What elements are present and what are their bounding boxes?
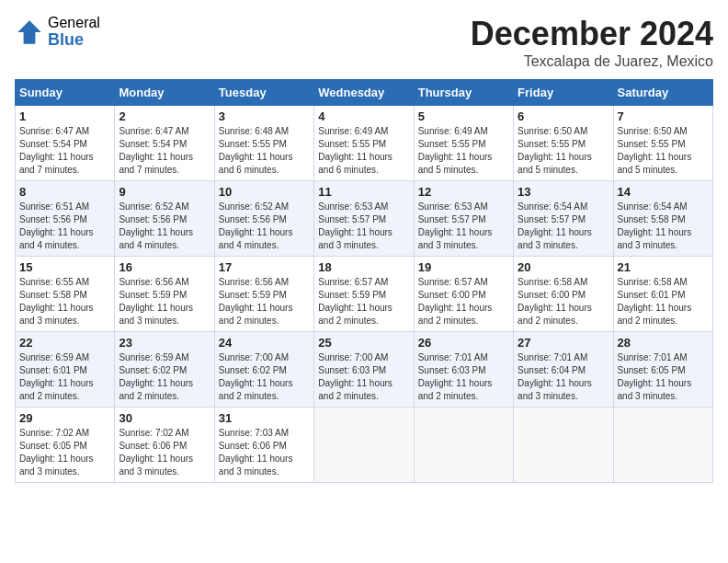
calendar-cell: 14 Sunrise: 6:54 AMSunset: 5:58 PMDaylig… [613, 181, 712, 257]
day-info: Sunrise: 6:56 AMSunset: 5:59 PMDaylight:… [219, 277, 293, 326]
weekday-header-sunday: Sunday [16, 80, 115, 106]
day-info: Sunrise: 6:50 AMSunset: 5:55 PMDaylight:… [518, 126, 592, 175]
calendar-cell: 22 Sunrise: 6:59 AMSunset: 6:01 PMDaylig… [16, 332, 115, 408]
day-number: 29 [19, 411, 110, 425]
calendar-cell: 12 Sunrise: 6:53 AMSunset: 5:57 PMDaylig… [414, 181, 513, 257]
calendar-cell: 23 Sunrise: 6:59 AMSunset: 6:02 PMDaylig… [115, 332, 214, 408]
day-info: Sunrise: 6:51 AMSunset: 5:56 PMDaylight:… [19, 201, 94, 250]
day-number: 21 [618, 260, 709, 274]
day-info: Sunrise: 7:02 AMSunset: 6:06 PMDaylight:… [119, 428, 193, 477]
day-info: Sunrise: 7:01 AMSunset: 6:04 PMDaylight:… [518, 352, 592, 401]
day-number: 14 [618, 185, 709, 199]
day-number: 1 [19, 109, 110, 123]
day-number: 31 [219, 411, 310, 425]
day-number: 23 [119, 336, 210, 350]
day-number: 30 [119, 411, 210, 425]
day-number: 18 [318, 260, 409, 274]
weekday-header-wednesday: Wednesday [314, 80, 414, 106]
day-info: Sunrise: 6:59 AMSunset: 6:02 PMDaylight:… [119, 352, 193, 401]
day-number: 16 [119, 260, 210, 274]
day-info: Sunrise: 6:47 AMSunset: 5:54 PMDaylight:… [119, 126, 193, 175]
calendar-cell: 19 Sunrise: 6:57 AMSunset: 6:00 PMDaylig… [414, 257, 513, 332]
day-number: 26 [418, 336, 509, 350]
day-info: Sunrise: 6:49 AMSunset: 5:55 PMDaylight:… [418, 126, 493, 175]
calendar-cell: 29 Sunrise: 7:02 AMSunset: 6:05 PMDaylig… [16, 408, 115, 483]
weekday-header-monday: Monday [115, 80, 214, 106]
calendar-cell: 16 Sunrise: 6:56 AMSunset: 5:59 PMDaylig… [115, 257, 214, 332]
day-number: 9 [119, 185, 210, 199]
calendar-cell: 13 Sunrise: 6:54 AMSunset: 5:57 PMDaylig… [514, 181, 613, 257]
day-info: Sunrise: 6:52 AMSunset: 5:56 PMDaylight:… [119, 201, 193, 250]
day-number: 11 [318, 185, 409, 199]
calendar-cell [514, 408, 613, 483]
calendar-cell: 15 Sunrise: 6:55 AMSunset: 5:58 PMDaylig… [16, 257, 115, 332]
day-info: Sunrise: 6:58 AMSunset: 6:01 PMDaylight:… [618, 277, 692, 326]
weekday-header-friday: Friday [514, 80, 613, 106]
location-title: Texcalapa de Juarez, Mexico [471, 53, 713, 70]
calendar-cell: 3 Sunrise: 6:48 AMSunset: 5:55 PMDayligh… [214, 106, 313, 181]
day-info: Sunrise: 6:57 AMSunset: 6:00 PMDaylight:… [418, 277, 493, 326]
day-number: 15 [19, 260, 110, 274]
logo: General Blue [15, 15, 100, 49]
day-info: Sunrise: 6:47 AMSunset: 5:54 PMDaylight:… [19, 126, 94, 175]
day-info: Sunrise: 6:55 AMSunset: 5:58 PMDaylight:… [19, 277, 94, 326]
day-info: Sunrise: 6:48 AMSunset: 5:55 PMDaylight:… [219, 126, 293, 175]
day-info: Sunrise: 7:00 AMSunset: 6:02 PMDaylight:… [219, 352, 293, 401]
day-info: Sunrise: 6:52 AMSunset: 5:56 PMDaylight:… [219, 201, 293, 250]
day-number: 28 [618, 336, 709, 350]
weekday-header-thursday: Thursday [414, 80, 513, 106]
calendar-cell: 8 Sunrise: 6:51 AMSunset: 5:56 PMDayligh… [16, 181, 115, 257]
calendar-cell: 11 Sunrise: 6:53 AMSunset: 5:57 PMDaylig… [314, 181, 414, 257]
calendar-cell: 6 Sunrise: 6:50 AMSunset: 5:55 PMDayligh… [514, 106, 613, 181]
day-number: 8 [19, 185, 110, 199]
calendar-cell: 10 Sunrise: 6:52 AMSunset: 5:56 PMDaylig… [214, 181, 313, 257]
day-info: Sunrise: 6:54 AMSunset: 5:57 PMDaylight:… [518, 201, 592, 250]
day-info: Sunrise: 6:53 AMSunset: 5:57 PMDaylight:… [418, 201, 493, 250]
calendar-cell: 4 Sunrise: 6:49 AMSunset: 5:55 PMDayligh… [314, 106, 414, 181]
calendar-cell: 30 Sunrise: 7:02 AMSunset: 6:06 PMDaylig… [115, 408, 214, 483]
calendar-week-row: 8 Sunrise: 6:51 AMSunset: 5:56 PMDayligh… [16, 181, 713, 257]
calendar-week-row: 29 Sunrise: 7:02 AMSunset: 6:05 PMDaylig… [16, 408, 713, 483]
day-info: Sunrise: 6:49 AMSunset: 5:55 PMDaylight:… [318, 126, 392, 175]
calendar-cell: 1 Sunrise: 6:47 AMSunset: 5:54 PMDayligh… [16, 106, 115, 181]
month-title: December 2024 [471, 15, 713, 53]
day-info: Sunrise: 7:01 AMSunset: 6:03 PMDaylight:… [418, 352, 493, 401]
day-number: 2 [119, 109, 210, 123]
day-info: Sunrise: 7:03 AMSunset: 6:06 PMDaylight:… [219, 428, 293, 477]
day-info: Sunrise: 6:58 AMSunset: 6:00 PMDaylight:… [518, 277, 592, 326]
weekday-header-row: SundayMondayTuesdayWednesdayThursdayFrid… [16, 80, 713, 106]
day-number: 3 [219, 109, 310, 123]
day-info: Sunrise: 6:59 AMSunset: 6:01 PMDaylight:… [19, 352, 94, 401]
calendar-cell: 9 Sunrise: 6:52 AMSunset: 5:56 PMDayligh… [115, 181, 214, 257]
calendar-week-row: 15 Sunrise: 6:55 AMSunset: 5:58 PMDaylig… [16, 257, 713, 332]
day-number: 20 [518, 260, 609, 274]
calendar-cell: 25 Sunrise: 7:00 AMSunset: 6:03 PMDaylig… [314, 332, 414, 408]
day-number: 22 [19, 336, 110, 350]
calendar-cell: 27 Sunrise: 7:01 AMSunset: 6:04 PMDaylig… [514, 332, 613, 408]
day-info: Sunrise: 6:54 AMSunset: 5:58 PMDaylight:… [618, 201, 692, 250]
weekday-header-tuesday: Tuesday [214, 80, 313, 106]
calendar-cell: 20 Sunrise: 6:58 AMSunset: 6:00 PMDaylig… [514, 257, 613, 332]
weekday-header-saturday: Saturday [613, 80, 712, 106]
calendar-cell: 21 Sunrise: 6:58 AMSunset: 6:01 PMDaylig… [613, 257, 712, 332]
calendar-cell: 26 Sunrise: 7:01 AMSunset: 6:03 PMDaylig… [414, 332, 513, 408]
day-info: Sunrise: 6:57 AMSunset: 5:59 PMDaylight:… [318, 277, 392, 326]
calendar-week-row: 22 Sunrise: 6:59 AMSunset: 6:01 PMDaylig… [16, 332, 713, 408]
day-info: Sunrise: 7:02 AMSunset: 6:05 PMDaylight:… [19, 428, 94, 477]
day-number: 5 [418, 109, 509, 123]
day-info: Sunrise: 7:01 AMSunset: 6:05 PMDaylight:… [618, 352, 692, 401]
day-info: Sunrise: 6:50 AMSunset: 5:55 PMDaylight:… [618, 126, 692, 175]
calendar-cell [414, 408, 513, 483]
day-number: 27 [518, 336, 609, 350]
calendar-cell: 2 Sunrise: 6:47 AMSunset: 5:54 PMDayligh… [115, 106, 214, 181]
day-number: 4 [318, 109, 409, 123]
day-info: Sunrise: 6:56 AMSunset: 5:59 PMDaylight:… [119, 277, 193, 326]
svg-marker-0 [17, 20, 41, 44]
logo-icon [15, 17, 44, 47]
logo-general: General [48, 15, 100, 31]
calendar-table: SundayMondayTuesdayWednesdayThursdayFrid… [15, 79, 713, 483]
calendar-cell [314, 408, 414, 483]
day-number: 6 [518, 109, 609, 123]
calendar-cell: 18 Sunrise: 6:57 AMSunset: 5:59 PMDaylig… [314, 257, 414, 332]
calendar-cell: 28 Sunrise: 7:01 AMSunset: 6:05 PMDaylig… [613, 332, 712, 408]
